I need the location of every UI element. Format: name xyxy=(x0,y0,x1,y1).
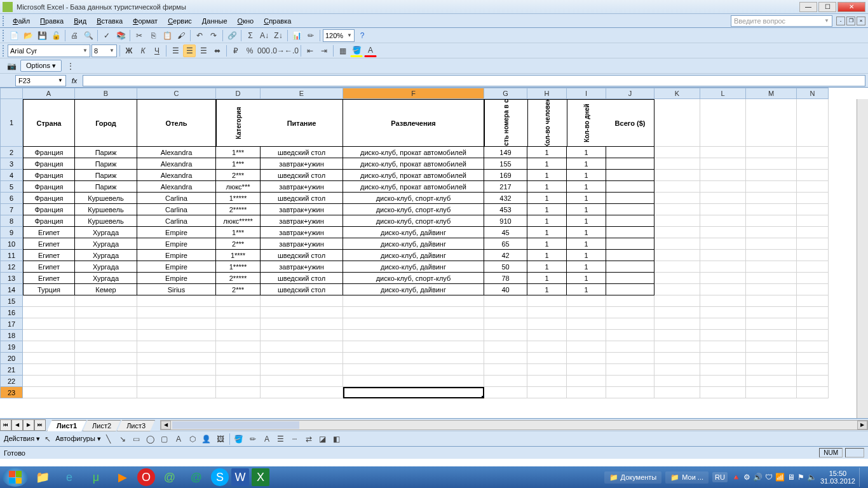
data-cell[interactable] xyxy=(606,284,654,295)
data-cell[interactable]: Франция xyxy=(23,204,75,215)
data-cell[interactable]: Египет xyxy=(23,227,75,238)
empty-cell[interactable] xyxy=(484,330,527,341)
data-cell[interactable] xyxy=(606,193,654,204)
empty-cell[interactable] xyxy=(700,295,746,307)
data-cell[interactable]: 1***** xyxy=(216,193,261,204)
header-cell[interactable]: Кол-во человек xyxy=(527,99,567,147)
row-header-19[interactable]: 19 xyxy=(0,341,23,353)
empty-cell[interactable] xyxy=(606,295,654,307)
data-cell[interactable]: 1 xyxy=(567,238,606,250)
data-cell[interactable] xyxy=(797,181,829,193)
data-cell[interactable]: шведский стол xyxy=(261,193,343,204)
data-cell[interactable]: Египет xyxy=(23,250,75,261)
row-header-23[interactable]: 23 xyxy=(0,387,23,398)
column-header-K[interactable]: K xyxy=(654,88,700,99)
data-cell[interactable]: Empire xyxy=(137,273,216,284)
cut-button[interactable]: ✂ xyxy=(133,29,146,42)
row-header-14[interactable]: 14 xyxy=(0,284,23,295)
format-painter-button[interactable]: 🖌 xyxy=(175,29,187,42)
permission-button[interactable]: 🔓 xyxy=(50,29,62,42)
empty-cell[interactable] xyxy=(606,341,654,353)
data-cell[interactable] xyxy=(700,158,746,170)
empty-cell[interactable] xyxy=(654,318,700,330)
empty-cell[interactable] xyxy=(654,307,700,318)
column-header-H[interactable]: H xyxy=(527,88,567,99)
menu-файл[interactable]: Файл xyxy=(8,16,35,26)
row-header-22[interactable]: 22 xyxy=(0,376,23,387)
header-cell[interactable] xyxy=(654,99,700,147)
empty-cell[interactable] xyxy=(261,353,343,364)
row-header-4[interactable]: 4 xyxy=(0,170,23,181)
data-cell[interactable]: Кемер xyxy=(75,284,137,295)
taskbar-my[interactable]: 📁 Мои ... xyxy=(665,471,709,484)
empty-cell[interactable] xyxy=(343,318,484,330)
data-cell[interactable] xyxy=(654,215,700,227)
empty-cell[interactable] xyxy=(343,387,484,398)
data-cell[interactable]: Хургада xyxy=(75,261,137,273)
data-cell[interactable] xyxy=(654,227,700,238)
data-cell[interactable]: 2***** xyxy=(216,204,261,215)
data-cell[interactable]: 2*** xyxy=(216,238,261,250)
data-cell[interactable]: Франция xyxy=(23,181,75,193)
empty-cell[interactable] xyxy=(700,376,746,387)
scroll-left-button[interactable]: ◀ xyxy=(161,421,171,430)
empty-cell[interactable] xyxy=(261,307,343,318)
empty-cell[interactable] xyxy=(700,307,746,318)
data-cell[interactable] xyxy=(797,227,829,238)
data-cell[interactable] xyxy=(746,170,797,181)
autosum-button[interactable]: Σ xyxy=(244,29,257,42)
increase-indent-button[interactable]: ⇥ xyxy=(318,44,330,57)
data-cell[interactable] xyxy=(700,215,746,227)
menu-вид[interactable]: Вид xyxy=(69,16,92,26)
empty-cell[interactable] xyxy=(484,307,527,318)
data-cell[interactable]: 155 xyxy=(484,158,527,170)
data-cell[interactable]: Египет xyxy=(23,238,75,250)
picture-button[interactable]: 🖼 xyxy=(214,433,227,445)
spreadsheet-grid[interactable]: ABCDEFGHIJKLMN 1234567891011121314151617… xyxy=(0,88,868,418)
data-cell[interactable]: 2*** xyxy=(216,170,261,181)
header-cell[interactable] xyxy=(797,99,829,147)
data-cell[interactable]: 1 xyxy=(567,147,606,158)
data-cell[interactable] xyxy=(700,170,746,181)
empty-cell[interactable] xyxy=(746,387,797,398)
italic-button[interactable]: К xyxy=(137,44,149,57)
row-header-2[interactable]: 2 xyxy=(0,147,23,158)
mdi-close-button[interactable]: × xyxy=(857,17,865,25)
empty-cell[interactable] xyxy=(75,318,137,330)
header-cell[interactable]: Всего ($) xyxy=(606,99,654,147)
language-indicator[interactable]: RU xyxy=(712,472,728,482)
data-cell[interactable]: 1*** xyxy=(216,227,261,238)
empty-cell[interactable] xyxy=(567,353,606,364)
data-cell[interactable] xyxy=(746,261,797,273)
empty-cell[interactable] xyxy=(484,364,527,376)
data-cell[interactable]: 45 xyxy=(484,227,527,238)
data-cell[interactable] xyxy=(606,273,654,284)
comma-button[interactable]: 000 xyxy=(257,44,270,57)
show-desktop-button[interactable] xyxy=(859,468,865,487)
paste-button[interactable]: 📋 xyxy=(161,29,173,42)
empty-cell[interactable] xyxy=(797,341,829,353)
empty-cell[interactable] xyxy=(484,387,527,398)
empty-cell[interactable] xyxy=(746,341,797,353)
arrow-style-button[interactable]: ⇄ xyxy=(302,433,315,445)
underline-button[interactable]: Ч xyxy=(151,44,163,57)
data-cell[interactable]: 217 xyxy=(484,181,527,193)
undo-button[interactable]: ↶ xyxy=(193,29,206,42)
clock[interactable]: 15:50 31.03.2012 xyxy=(820,470,855,485)
menu-справка[interactable]: Справка xyxy=(259,16,296,26)
column-header-A[interactable]: A xyxy=(23,88,75,99)
row-header-3[interactable]: 3 xyxy=(0,158,23,170)
empty-cell[interactable] xyxy=(75,295,137,307)
data-cell[interactable] xyxy=(606,261,654,273)
align-left-button[interactable]: ☰ xyxy=(169,44,182,57)
skype-icon[interactable]: S xyxy=(211,468,229,486)
empty-cell[interactable] xyxy=(527,307,567,318)
data-cell[interactable]: Куршевель xyxy=(75,204,137,215)
data-cell[interactable]: завтрак+ужин xyxy=(261,181,343,193)
decrease-indent-button[interactable]: ⇤ xyxy=(304,44,316,57)
tab-last-button[interactable]: ⏭ xyxy=(34,419,46,431)
data-cell[interactable]: 149 xyxy=(484,147,527,158)
maximize-button[interactable]: ☐ xyxy=(818,2,836,12)
data-cell[interactable]: 42 xyxy=(484,250,527,261)
data-cell[interactable]: 1 xyxy=(527,250,567,261)
